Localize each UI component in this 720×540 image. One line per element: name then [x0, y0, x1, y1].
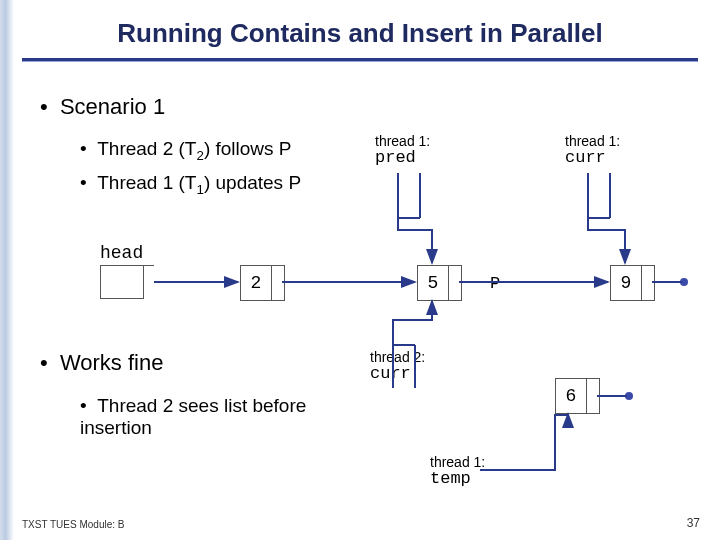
label-P: P — [490, 274, 500, 293]
sub1-sub: 2 — [196, 148, 203, 163]
bullet-dot: • — [80, 138, 97, 160]
terminator-dot-new — [625, 392, 633, 400]
arrow-pred-to-5 — [398, 218, 432, 263]
node-6-value: 6 — [556, 379, 587, 413]
sees-text: Thread 2 sees list before insertion — [80, 395, 306, 438]
node-2: 2 — [240, 265, 285, 301]
bullet-dot: • — [80, 395, 97, 417]
content-area: • Scenario 1 • Thread 2 (T2) follows P •… — [0, 0, 720, 540]
node-head — [100, 265, 154, 299]
sub1-post: ) follows P — [204, 138, 292, 159]
node-9: 9 — [610, 265, 655, 301]
node-5-value: 5 — [418, 266, 449, 300]
label-curr2: curr — [370, 364, 411, 383]
label-t1-a: thread 1: — [375, 134, 430, 149]
arrow-curr2-to-5 — [393, 301, 432, 345]
sub2-pre: Thread 1 (T — [97, 172, 196, 193]
page-number: 37 — [687, 516, 700, 530]
terminator-dot-main — [680, 278, 688, 286]
label-head: head — [100, 244, 143, 264]
arrow-layer — [0, 0, 720, 540]
sub2-sub: 1 — [196, 182, 203, 197]
bullet-dot: • — [80, 172, 97, 194]
sub2-post: ) updates P — [204, 172, 301, 193]
label-curr2-container: thread 2: curr — [370, 350, 425, 384]
bullet-sub2: • Thread 1 (T1) updates P — [80, 172, 301, 197]
label-temp-container: thread 1: temp — [430, 455, 485, 489]
label-t2: thread 2: — [370, 350, 425, 365]
node-5: 5 — [417, 265, 462, 301]
bullet-sees: • Thread 2 sees list before insertion — [80, 395, 380, 439]
bullet-works: • Works fine — [40, 350, 163, 376]
sub1-pre: Thread 2 (T — [97, 138, 196, 159]
label-curr1-container: thread 1: curr — [565, 134, 620, 168]
node-9-value: 9 — [611, 266, 642, 300]
arrow-curr1-to-9 — [588, 218, 625, 263]
bullet-dot: • — [40, 350, 60, 376]
footer-text: TXST TUES Module: B — [22, 519, 124, 530]
node-6: 6 — [555, 378, 600, 414]
works-text: Works fine — [60, 350, 164, 375]
bullet-scenario-text: Scenario 1 — [60, 94, 165, 119]
bullet-dot: • — [40, 94, 60, 120]
diagram: head 2 5 9 6 P thread 1: pred — [0, 0, 720, 540]
label-t1-b: thread 1: — [565, 134, 620, 149]
label-temp: temp — [430, 469, 471, 488]
label-t1-c: thread 1: — [430, 455, 485, 470]
label-pred-container: thread 1: pred — [375, 134, 430, 168]
node-2-value: 2 — [241, 266, 272, 300]
bullet-sub1: • Thread 2 (T2) follows P — [80, 138, 292, 163]
label-curr1: curr — [565, 148, 606, 167]
bullet-scenario: • Scenario 1 — [40, 94, 165, 120]
arrow-temp-to-6 — [480, 414, 568, 470]
label-pred: pred — [375, 148, 416, 167]
